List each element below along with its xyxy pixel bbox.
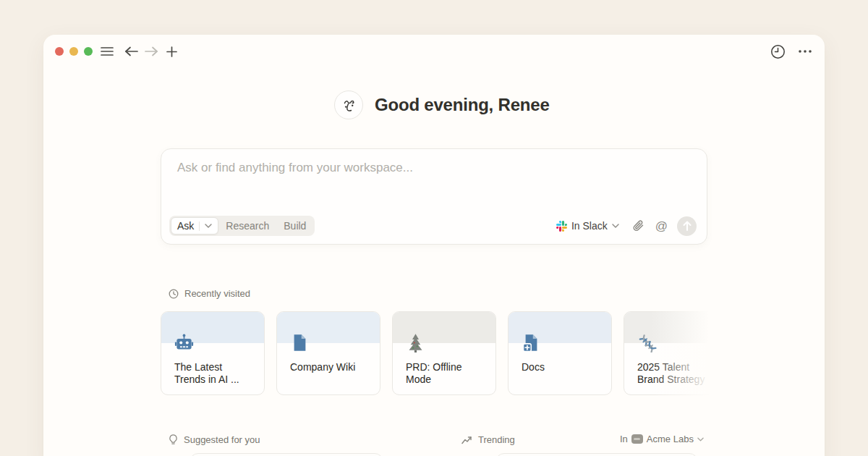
card-title: Company Wiki bbox=[290, 361, 370, 373]
sidebar-menu-button[interactable] bbox=[99, 43, 115, 59]
paperclip-icon bbox=[632, 219, 644, 232]
card-company-wiki[interactable]: Company Wiki bbox=[276, 311, 380, 395]
arrow-up-icon bbox=[683, 221, 692, 231]
workspace-prefix: In bbox=[620, 434, 628, 444]
more-options-button[interactable] bbox=[797, 43, 813, 59]
back-button[interactable] bbox=[123, 43, 139, 59]
chevron-down-icon bbox=[205, 224, 212, 228]
robot-icon bbox=[174, 333, 194, 352]
at-sign-icon: @ bbox=[655, 220, 668, 232]
notion-face-icon bbox=[340, 96, 357, 114]
mention-button[interactable]: @ bbox=[655, 220, 668, 232]
section-title: Trending bbox=[478, 434, 515, 445]
section-title: Suggested for you bbox=[184, 434, 260, 445]
hamburger-icon bbox=[101, 46, 114, 56]
mode-ask-label: Ask bbox=[177, 220, 194, 232]
card-title: 2025 Talent Brand Strategy bbox=[637, 361, 717, 386]
card-title: Docs bbox=[522, 361, 601, 373]
clock-icon bbox=[770, 44, 786, 59]
suggested-card-peek bbox=[190, 453, 383, 456]
acme-labs-logo-icon bbox=[631, 434, 643, 444]
trending-header: Trending bbox=[461, 434, 515, 445]
attach-file-button[interactable] bbox=[632, 219, 644, 232]
mode-build-button[interactable]: Build bbox=[276, 220, 313, 232]
ai-face-avatar bbox=[334, 90, 363, 119]
submit-button[interactable] bbox=[677, 216, 697, 236]
card-latest-trends-in-ai[interactable]: The Latest Trends in AI ... bbox=[161, 311, 265, 395]
forward-button[interactable] bbox=[143, 43, 159, 59]
composer-actions: In Slack @ bbox=[556, 216, 697, 236]
ask-composer[interactable]: Ask or find anything from your workspace… bbox=[161, 148, 707, 245]
greeting-header: Good evening, Renee bbox=[334, 90, 550, 119]
new-tab-button[interactable] bbox=[163, 43, 179, 59]
app-window: Good evening, Renee Ask or find anything… bbox=[43, 35, 825, 456]
lightbulb-icon bbox=[169, 434, 178, 445]
ellipsis-icon bbox=[799, 50, 812, 53]
arrow-right-icon bbox=[145, 46, 158, 56]
history-button[interactable] bbox=[770, 43, 786, 59]
section-title: Recently visited bbox=[184, 288, 250, 299]
arrow-left-icon bbox=[124, 46, 138, 56]
trending-up-icon bbox=[461, 436, 472, 444]
tree-icon bbox=[406, 333, 425, 352]
workspace-name: Acme Labs bbox=[647, 434, 694, 444]
context-label: In Slack bbox=[571, 220, 608, 232]
recently-visited-cards: The Latest Trends in AI ... Company Wiki… bbox=[161, 311, 728, 395]
mode-ask-button[interactable]: Ask bbox=[171, 217, 218, 235]
card-2025-talent-brand-strategy[interactable]: 2025 Talent Brand Strategy bbox=[624, 311, 728, 395]
mode-switcher: Ask Research Build bbox=[169, 216, 315, 236]
chevron-down-icon bbox=[612, 224, 619, 228]
recently-visited-header: Recently visited bbox=[169, 288, 250, 299]
mode-research-button[interactable]: Research bbox=[218, 220, 276, 232]
trending-card-peek bbox=[495, 453, 698, 456]
dna-icon bbox=[637, 333, 657, 352]
composer-toolbar: Ask Research Build In bbox=[169, 216, 697, 236]
page-title: Good evening, Renee bbox=[375, 95, 550, 115]
card-prd-offline-mode[interactable]: PRD: Offline Mode bbox=[392, 311, 496, 395]
clock-icon bbox=[169, 289, 179, 299]
traffic-light-close[interactable] bbox=[55, 47, 64, 56]
document-plus-icon bbox=[522, 333, 541, 352]
card-docs[interactable]: Docs bbox=[508, 311, 612, 395]
slack-icon bbox=[556, 221, 567, 232]
workspace-selector[interactable]: In Acme Labs bbox=[620, 434, 704, 444]
document-icon bbox=[290, 333, 310, 352]
window-toolbar bbox=[43, 35, 825, 68]
traffic-light-minimize[interactable] bbox=[69, 47, 78, 56]
suggested-header: Suggested for you bbox=[169, 434, 260, 445]
divider bbox=[199, 221, 200, 231]
composer-input[interactable]: Ask or find anything from your workspace… bbox=[177, 161, 413, 175]
chevron-down-icon bbox=[697, 437, 704, 442]
card-title: PRD: Offline Mode bbox=[406, 361, 485, 386]
traffic-light-zoom[interactable] bbox=[84, 47, 93, 56]
card-title: The Latest Trends in AI ... bbox=[174, 361, 254, 386]
context-selector[interactable]: In Slack bbox=[556, 220, 619, 232]
plus-icon bbox=[166, 46, 177, 57]
